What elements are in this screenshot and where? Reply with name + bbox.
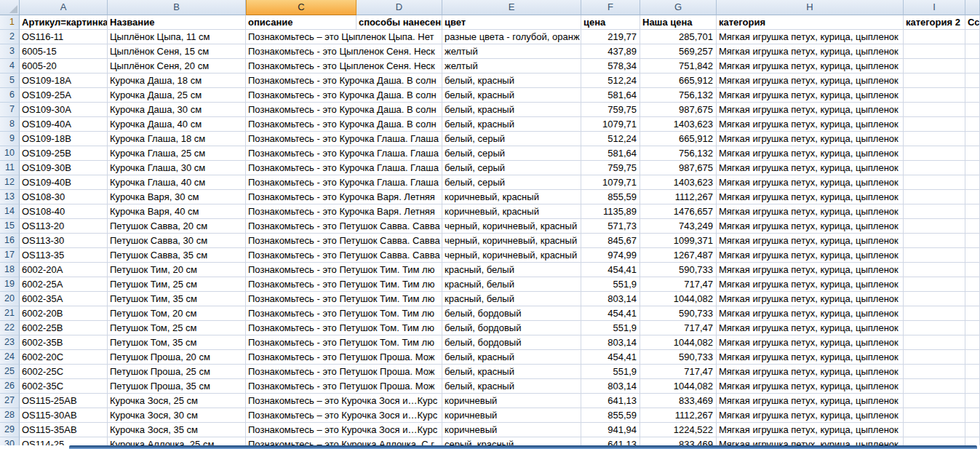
cell-name[interactable]: Курочка Глаша, 40 см (108, 175, 246, 190)
cell-articul[interactable]: 6002-20A (20, 263, 108, 277)
cell-link-empty[interactable] (965, 292, 980, 306)
cell-price[interactable]: 454,41 (581, 350, 640, 365)
cell-price[interactable]: 974,99 (581, 248, 640, 263)
cell-our-price[interactable]: 1044,082 (640, 379, 717, 394)
cell-category2-empty[interactable] (904, 175, 965, 190)
cell-color[interactable]: белый, серый (442, 132, 581, 146)
cell-our-price[interactable]: 1112,267 (640, 408, 717, 423)
cell-category[interactable]: Мягкая игрушка петух, курица, цыпленок (717, 423, 904, 437)
cell-price[interactable]: 759,75 (581, 103, 640, 117)
cell-description[interactable]: Познакомьтесь – это Курочка Зося и…Курс (246, 394, 442, 408)
cell-price[interactable]: 855,59 (581, 190, 640, 204)
cell-category[interactable]: Мягкая игрушка петух, курица, цыпленок (717, 350, 904, 365)
cell-price[interactable]: 512,24 (581, 73, 640, 88)
cell-name[interactable]: Петушок Проша, 20 см (108, 350, 246, 365)
cell-price[interactable]: 454,41 (581, 263, 640, 277)
cell-color[interactable]: красный, белый (442, 263, 581, 277)
cell-name[interactable]: Курочка Зося, 30 см (108, 408, 246, 423)
cell-articul[interactable]: 6002-20B (20, 306, 108, 321)
cell-our-price[interactable]: 743,249 (640, 219, 717, 234)
cell-our-price[interactable]: 717,47 (640, 277, 717, 292)
cell-link-empty[interactable] (965, 350, 980, 365)
row-number[interactable]: 17 (0, 248, 20, 263)
cell-price[interactable]: 641,13 (581, 394, 640, 408)
cell-our-price[interactable]: 665,912 (640, 73, 717, 88)
cell-our-price[interactable]: 1224,522 (640, 423, 717, 437)
cell-color[interactable]: красный, белый (442, 277, 581, 292)
cell-color[interactable]: белый, серый (442, 146, 581, 161)
cell-color[interactable]: белый, красный (442, 103, 581, 117)
cell-price[interactable]: 803,14 (581, 292, 640, 306)
row-number[interactable]: 6 (0, 88, 20, 103)
cell-price[interactable]: 803,14 (581, 335, 640, 350)
cell-category[interactable]: Мягкая игрушка петух, курица, цыпленок (717, 103, 904, 117)
cell-articul[interactable]: OS115-25AB (20, 394, 108, 408)
cell-description[interactable]: Познакомьтесь - это Цыпленок Сеня. Неск (246, 44, 442, 59)
cell-link-empty[interactable] (965, 263, 980, 277)
cell-category[interactable]: Мягкая игрушка петух, курица, цыпленок (717, 277, 904, 292)
cell-our-price[interactable]: 717,47 (640, 321, 717, 335)
column-header-e[interactable]: E (442, 0, 581, 15)
cell-our-price[interactable]: 1112,267 (640, 190, 717, 204)
cell-category[interactable]: Мягкая игрушка петух, курица, цыпленок (717, 161, 904, 175)
cell-category2-empty[interactable] (904, 234, 965, 248)
header-cell-d[interactable]: способы нанесения (356, 15, 442, 30)
cell-color[interactable]: белый, серый (442, 161, 581, 175)
row-number[interactable]: 16 (0, 234, 20, 248)
column-header-c[interactable]: C (246, 0, 356, 15)
cell-price[interactable]: 855,59 (581, 408, 640, 423)
cell-price[interactable]: 1079,71 (581, 117, 640, 132)
cell-category2-empty[interactable] (904, 73, 965, 88)
cell-category2-empty[interactable] (904, 263, 965, 277)
horizontal-scrollbar-thumb[interactable] (69, 445, 977, 449)
row-number[interactable]: 21 (0, 306, 20, 321)
header-cell-b[interactable]: Название (108, 15, 246, 30)
header-cell-i[interactable]: категория 2 (904, 15, 965, 30)
cell-price[interactable]: 219,77 (581, 30, 640, 44)
cell-category[interactable]: Мягкая игрушка петух, курица, цыпленок (717, 379, 904, 394)
cell-articul[interactable]: OS116-11 (20, 30, 108, 44)
cell-category[interactable]: Мягкая игрушка петух, курица, цыпленок (717, 30, 904, 44)
header-cell-a[interactable]: Артикул=картинка (20, 15, 108, 30)
cell-our-price[interactable]: 751,842 (640, 59, 717, 73)
header-cell-g[interactable]: Наша цена (640, 15, 717, 30)
column-header-j-partial[interactable] (965, 0, 980, 15)
cell-articul[interactable]: 6005-20 (20, 59, 108, 73)
cell-name[interactable]: Курочка Даша, 18 см (108, 73, 246, 88)
cell-price[interactable]: 512,24 (581, 132, 640, 146)
cell-description[interactable]: Познакомьтесь - это Петушок Тим. Тим лю (246, 292, 442, 306)
cell-price[interactable]: 454,41 (581, 306, 640, 321)
cell-articul[interactable]: OS115-30AB (20, 408, 108, 423)
row-number[interactable]: 2 (0, 30, 20, 44)
cell-category[interactable]: Мягкая игрушка петух, курица, цыпленок (717, 73, 904, 88)
cell-category[interactable]: Мягкая игрушка петух, курица, цыпленок (717, 88, 904, 103)
cell-category2-empty[interactable] (904, 219, 965, 234)
cell-price[interactable]: 551,9 (581, 321, 640, 335)
cell-color[interactable]: желтый (442, 44, 581, 59)
row-number[interactable]: 3 (0, 44, 20, 59)
cell-description[interactable]: Познакомьтесь - это Курочка Глаша. Глаша (246, 161, 442, 175)
header-cell-f[interactable]: цена (581, 15, 640, 30)
cell-link-empty[interactable] (965, 161, 980, 175)
cell-name[interactable]: Цыплёнок Цыпа, 11 см (108, 30, 246, 44)
cell-articul[interactable]: OS109-25B (20, 146, 108, 161)
cell-name[interactable]: Курочка Зося, 35 см (108, 423, 246, 437)
column-header-f[interactable]: F (581, 0, 640, 15)
cell-link-empty[interactable] (965, 73, 980, 88)
row-number[interactable]: 15 (0, 219, 20, 234)
row-number[interactable]: 5 (0, 73, 20, 88)
cell-articul[interactable]: OS108-30 (20, 190, 108, 204)
cell-category2-empty[interactable] (904, 306, 965, 321)
cell-description[interactable]: Познакомьтесь - это Петушок Проша. Мож (246, 350, 442, 365)
cell-articul[interactable]: 6002-25C (20, 365, 108, 379)
row-number[interactable]: 11 (0, 161, 20, 175)
cell-name[interactable]: Петушок Том, 25 см (108, 321, 246, 335)
cell-articul[interactable]: 6002-20C (20, 350, 108, 365)
cell-articul[interactable]: OS113-35 (20, 248, 108, 263)
cell-name[interactable]: Курочка Даша, 30 см (108, 103, 246, 117)
column-header-h[interactable]: H (717, 0, 904, 15)
cell-category2-empty[interactable] (904, 59, 965, 73)
cell-description[interactable]: Познакомьтесь - это Петушок Савва. Савва (246, 234, 442, 248)
column-header-b[interactable]: B (108, 0, 246, 15)
header-cell-j[interactable]: Ссылка (965, 15, 980, 30)
